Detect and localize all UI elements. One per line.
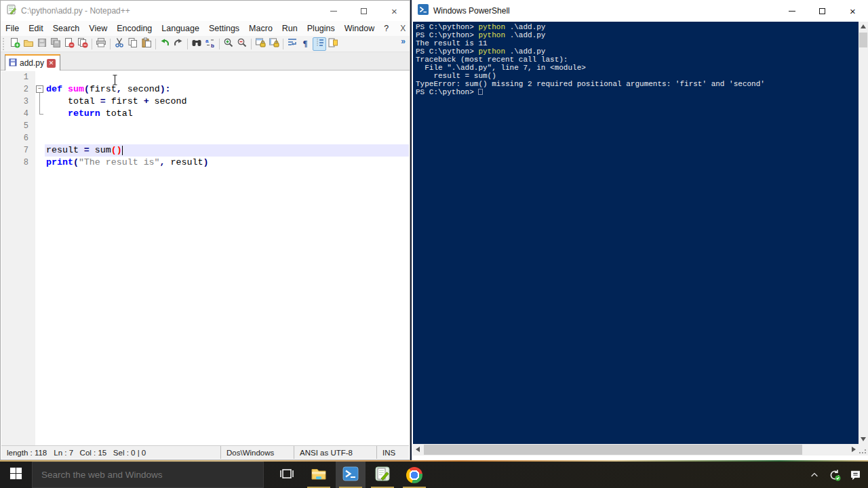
copy-button[interactable] (126, 37, 140, 51)
code-line-5 (45, 120, 409, 132)
sync-vertical-button[interactable] (254, 37, 267, 51)
task-view-button[interactable] (272, 462, 302, 488)
doc-map-button[interactable] (326, 37, 340, 51)
sync-horizontal-icon (269, 37, 279, 51)
file-explorer-button[interactable] (304, 462, 334, 488)
sync-status-icon[interactable] (827, 467, 842, 483)
scroll-up-icon[interactable] (861, 24, 866, 28)
maximize-button[interactable] (349, 1, 379, 21)
minimize-button[interactable] (776, 0, 807, 22)
code-line-4: return total (45, 108, 409, 120)
save-all-icon (50, 37, 61, 51)
menu-item-help[interactable]: ? (379, 22, 393, 35)
search-input[interactable] (33, 470, 263, 480)
replace-button[interactable]: ab (203, 37, 217, 51)
close-file-icon (64, 37, 75, 51)
text-caret (122, 146, 123, 155)
menu-item-edit[interactable]: Edit (24, 22, 48, 35)
line-number: 4 (1, 108, 35, 120)
console-line-3: The result is 11 (416, 39, 859, 47)
saved-file-icon (9, 57, 17, 69)
close-button[interactable]: × (837, 0, 868, 22)
redo-button[interactable] (172, 37, 185, 51)
caret-position: Ln : 7 Col : 15 Sel : 0 | 0 (54, 449, 146, 457)
close-file-button[interactable] (62, 37, 76, 51)
fold-guide-line (39, 93, 40, 114)
horizontal-scrollbar[interactable] (413, 444, 859, 455)
zoom-out-button[interactable] (235, 37, 249, 51)
menu-item-search[interactable]: Search (48, 22, 85, 35)
code-editor[interactable]: 12345678 def sum(first, second): total =… (1, 71, 409, 447)
paste-icon (141, 37, 152, 51)
new-file-button[interactable] (8, 37, 22, 51)
fold-collapse-icon[interactable] (36, 85, 43, 93)
chrome-button[interactable] (399, 462, 429, 488)
menu-item-settings[interactable]: Settings (204, 22, 244, 35)
close-icon: × (850, 6, 856, 16)
open-file-button[interactable] (22, 37, 35, 51)
open-file-icon (23, 37, 34, 51)
menu-item-encoding[interactable]: Encoding (112, 22, 157, 35)
notepadpp-titlebar[interactable]: C:\python\add.py - Notepad++ × (1, 1, 410, 21)
chevron-up-icon[interactable] (807, 467, 822, 483)
save-all-button[interactable] (49, 37, 62, 51)
svg-text:b: b (211, 42, 214, 48)
notepadpp-icon (374, 466, 391, 485)
menu-item-window[interactable]: Window (340, 22, 379, 35)
doc-map-icon (328, 37, 338, 51)
show-all-chars-button[interactable]: ¶ (299, 37, 313, 51)
line-number: 5 (1, 120, 35, 132)
cut-button[interactable] (113, 37, 126, 51)
fold-guide-end (39, 114, 43, 115)
doc-length: length : 118 (7, 449, 47, 457)
horizontal-scroll-thumb[interactable] (424, 445, 802, 455)
tab-addpy[interactable]: add.py ✕ (5, 54, 60, 70)
minimize-button[interactable] (318, 1, 349, 21)
scroll-right-icon[interactable] (852, 447, 856, 452)
action-center-icon[interactable] (848, 467, 863, 483)
tab-close-icon[interactable]: ✕ (47, 59, 56, 68)
zoom-in-button[interactable] (222, 37, 235, 51)
find-icon (191, 37, 202, 51)
powershell-titlebar[interactable]: Windows PowerShell × (412, 0, 868, 22)
menu-item-file[interactable]: File (1, 22, 24, 35)
menu-item-view[interactable]: View (84, 22, 112, 35)
taskbar-search[interactable] (32, 462, 264, 488)
notepadpp-button[interactable] (368, 462, 397, 488)
scroll-left-icon[interactable] (416, 447, 420, 452)
menu-item-language[interactable]: Language (157, 22, 204, 35)
scroll-down-icon[interactable] (861, 437, 866, 441)
vertical-scroll-thumb[interactable] (859, 33, 867, 47)
maximize-icon (361, 8, 367, 14)
word-wrap-icon (287, 37, 298, 51)
find-button[interactable] (190, 37, 203, 51)
close-button[interactable]: × (379, 1, 410, 21)
console-output[interactable]: PS C:\python> python .\add.pyPS C:\pytho… (413, 22, 859, 444)
powershell-button[interactable] (336, 462, 366, 488)
save-button[interactable] (35, 37, 49, 51)
eol-format: Dos\Windows (220, 446, 294, 459)
undo-button[interactable] (158, 37, 172, 51)
task-view-icon (279, 466, 295, 485)
start-button[interactable] (0, 462, 32, 488)
resize-grip[interactable] (859, 444, 868, 455)
tab-label: add.py (20, 58, 44, 68)
code-line-1 (45, 71, 409, 83)
line-number: 1 (1, 71, 35, 83)
code-line-8: print("The result is", result) (45, 157, 409, 169)
code-line-7: result = sum() (45, 144, 409, 157)
menu-item-plugins[interactable]: Plugins (302, 22, 340, 35)
menu-item-run[interactable]: Run (277, 22, 302, 35)
paste-button[interactable] (140, 37, 153, 51)
close-all-files-button[interactable] (76, 37, 90, 51)
maximize-button[interactable] (807, 0, 837, 22)
sync-horizontal-button[interactable] (267, 37, 281, 51)
menu-item-macro[interactable]: Macro (244, 22, 277, 35)
code-line-6 (45, 132, 409, 144)
vertical-scrollbar[interactable] (859, 22, 868, 444)
word-wrap-button[interactable] (285, 37, 299, 51)
toolbar-overflow-button[interactable]: » (401, 37, 410, 52)
code-area[interactable]: def sum(first, second): total = first + … (45, 71, 409, 447)
print-button[interactable] (94, 37, 108, 51)
indent-guide-button[interactable] (313, 37, 326, 51)
